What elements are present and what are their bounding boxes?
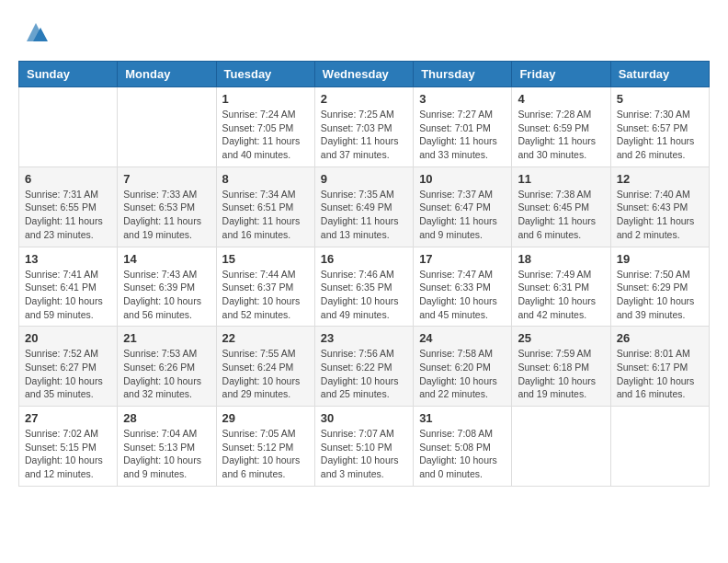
calendar-week-row: 27Sunrise: 7:02 AMSunset: 5:15 PMDayligh… bbox=[19, 407, 710, 487]
day-number: 31 bbox=[419, 411, 506, 425]
calendar-table: SundayMondayTuesdayWednesdayThursdayFrid… bbox=[18, 61, 710, 487]
day-number: 10 bbox=[419, 172, 506, 186]
day-number: 23 bbox=[321, 331, 407, 345]
calendar-cell: 11Sunrise: 7:38 AMSunset: 6:45 PMDayligh… bbox=[512, 167, 610, 247]
day-number: 18 bbox=[518, 252, 604, 266]
calendar-cell: 18Sunrise: 7:49 AMSunset: 6:31 PMDayligh… bbox=[512, 247, 610, 327]
column-header-saturday: Saturday bbox=[610, 62, 709, 87]
calendar-cell: 24Sunrise: 7:58 AMSunset: 6:20 PMDayligh… bbox=[414, 327, 512, 407]
calendar-cell: 3Sunrise: 7:27 AMSunset: 7:01 PMDaylight… bbox=[414, 87, 512, 167]
calendar-cell: 7Sunrise: 7:33 AMSunset: 6:53 PMDaylight… bbox=[118, 167, 216, 247]
calendar-cell: 23Sunrise: 7:56 AMSunset: 6:22 PMDayligh… bbox=[314, 327, 413, 407]
day-info: Sunrise: 8:01 AMSunset: 6:17 PMDaylight:… bbox=[617, 347, 703, 401]
day-number: 20 bbox=[25, 331, 111, 345]
calendar-cell: 30Sunrise: 7:07 AMSunset: 5:10 PMDayligh… bbox=[314, 407, 413, 487]
day-info: Sunrise: 7:59 AMSunset: 6:18 PMDaylight:… bbox=[518, 347, 604, 401]
calendar-week-row: 13Sunrise: 7:41 AMSunset: 6:41 PMDayligh… bbox=[19, 247, 710, 327]
day-info: Sunrise: 7:56 AMSunset: 6:22 PMDaylight:… bbox=[321, 347, 407, 401]
calendar-cell: 16Sunrise: 7:46 AMSunset: 6:35 PMDayligh… bbox=[314, 247, 413, 327]
day-number: 21 bbox=[123, 331, 210, 345]
day-info: Sunrise: 7:46 AMSunset: 6:35 PMDaylight:… bbox=[321, 268, 407, 322]
calendar-cell: 9Sunrise: 7:35 AMSunset: 6:49 PMDaylight… bbox=[314, 167, 413, 247]
day-info: Sunrise: 7:40 AMSunset: 6:43 PMDaylight:… bbox=[617, 188, 703, 242]
calendar-cell: 17Sunrise: 7:47 AMSunset: 6:33 PMDayligh… bbox=[414, 247, 512, 327]
day-info: Sunrise: 7:44 AMSunset: 6:37 PMDaylight:… bbox=[222, 268, 309, 322]
column-header-monday: Monday bbox=[118, 62, 216, 87]
calendar-week-row: 20Sunrise: 7:52 AMSunset: 6:27 PMDayligh… bbox=[19, 327, 710, 407]
day-number: 4 bbox=[518, 92, 604, 106]
day-number: 7 bbox=[123, 172, 210, 186]
calendar-cell: 12Sunrise: 7:40 AMSunset: 6:43 PMDayligh… bbox=[610, 167, 709, 247]
calendar-cell: 8Sunrise: 7:34 AMSunset: 6:51 PMDaylight… bbox=[216, 167, 314, 247]
calendar-cell: 27Sunrise: 7:02 AMSunset: 5:15 PMDayligh… bbox=[19, 407, 118, 487]
day-number: 1 bbox=[222, 92, 309, 106]
logo-icon bbox=[22, 18, 50, 46]
day-number: 14 bbox=[123, 252, 210, 266]
calendar-cell: 29Sunrise: 7:05 AMSunset: 5:12 PMDayligh… bbox=[216, 407, 314, 487]
day-info: Sunrise: 7:52 AMSunset: 6:27 PMDaylight:… bbox=[25, 347, 111, 401]
day-info: Sunrise: 7:08 AMSunset: 5:08 PMDaylight:… bbox=[419, 427, 506, 481]
day-info: Sunrise: 7:58 AMSunset: 6:20 PMDaylight:… bbox=[419, 347, 506, 401]
day-info: Sunrise: 7:07 AMSunset: 5:10 PMDaylight:… bbox=[321, 427, 407, 481]
day-info: Sunrise: 7:28 AMSunset: 6:59 PMDaylight:… bbox=[518, 108, 604, 162]
day-number: 3 bbox=[419, 92, 506, 106]
column-header-friday: Friday bbox=[512, 62, 610, 87]
day-info: Sunrise: 7:30 AMSunset: 6:57 PMDaylight:… bbox=[617, 108, 703, 162]
day-number: 19 bbox=[617, 252, 703, 266]
calendar-cell: 20Sunrise: 7:52 AMSunset: 6:27 PMDayligh… bbox=[19, 327, 118, 407]
day-number: 28 bbox=[123, 411, 210, 425]
calendar-week-row: 6Sunrise: 7:31 AMSunset: 6:55 PMDaylight… bbox=[19, 167, 710, 247]
day-info: Sunrise: 7:53 AMSunset: 6:26 PMDaylight:… bbox=[123, 347, 210, 401]
day-number: 15 bbox=[222, 252, 309, 266]
day-info: Sunrise: 7:27 AMSunset: 7:01 PMDaylight:… bbox=[419, 108, 506, 162]
calendar-week-row: 1Sunrise: 7:24 AMSunset: 7:05 PMDaylight… bbox=[19, 87, 710, 167]
calendar-cell: 15Sunrise: 7:44 AMSunset: 6:37 PMDayligh… bbox=[216, 247, 314, 327]
day-info: Sunrise: 7:31 AMSunset: 6:55 PMDaylight:… bbox=[25, 188, 111, 242]
calendar-cell bbox=[118, 87, 216, 167]
day-info: Sunrise: 7:02 AMSunset: 5:15 PMDaylight:… bbox=[25, 427, 111, 481]
calendar-cell: 14Sunrise: 7:43 AMSunset: 6:39 PMDayligh… bbox=[118, 247, 216, 327]
day-info: Sunrise: 7:55 AMSunset: 6:24 PMDaylight:… bbox=[222, 347, 309, 401]
day-number: 11 bbox=[518, 172, 604, 186]
day-number: 27 bbox=[25, 411, 111, 425]
day-info: Sunrise: 7:41 AMSunset: 6:41 PMDaylight:… bbox=[25, 268, 111, 322]
calendar-cell: 19Sunrise: 7:50 AMSunset: 6:29 PMDayligh… bbox=[610, 247, 709, 327]
day-info: Sunrise: 7:24 AMSunset: 7:05 PMDaylight:… bbox=[222, 108, 309, 162]
day-number: 29 bbox=[222, 411, 309, 425]
column-header-tuesday: Tuesday bbox=[216, 62, 314, 87]
calendar-cell: 28Sunrise: 7:04 AMSunset: 5:13 PMDayligh… bbox=[118, 407, 216, 487]
day-info: Sunrise: 7:49 AMSunset: 6:31 PMDaylight:… bbox=[518, 268, 604, 322]
column-header-thursday: Thursday bbox=[414, 62, 512, 87]
day-info: Sunrise: 7:33 AMSunset: 6:53 PMDaylight:… bbox=[123, 188, 210, 242]
day-info: Sunrise: 7:04 AMSunset: 5:13 PMDaylight:… bbox=[123, 427, 210, 481]
day-number: 8 bbox=[222, 172, 309, 186]
calendar-cell: 26Sunrise: 8:01 AMSunset: 6:17 PMDayligh… bbox=[610, 327, 709, 407]
day-number: 9 bbox=[321, 172, 407, 186]
day-number: 2 bbox=[321, 92, 407, 106]
calendar-cell bbox=[512, 407, 610, 487]
calendar-cell: 4Sunrise: 7:28 AMSunset: 6:59 PMDaylight… bbox=[512, 87, 610, 167]
day-info: Sunrise: 7:38 AMSunset: 6:45 PMDaylight:… bbox=[518, 188, 604, 242]
calendar-cell: 10Sunrise: 7:37 AMSunset: 6:47 PMDayligh… bbox=[414, 167, 512, 247]
day-info: Sunrise: 7:05 AMSunset: 5:12 PMDaylight:… bbox=[222, 427, 309, 481]
column-header-sunday: Sunday bbox=[19, 62, 118, 87]
calendar-cell: 5Sunrise: 7:30 AMSunset: 6:57 PMDaylight… bbox=[610, 87, 709, 167]
calendar-cell: 2Sunrise: 7:25 AMSunset: 7:03 PMDaylight… bbox=[314, 87, 413, 167]
day-number: 24 bbox=[419, 331, 506, 345]
calendar-cell: 21Sunrise: 7:53 AMSunset: 6:26 PMDayligh… bbox=[118, 327, 216, 407]
day-info: Sunrise: 7:47 AMSunset: 6:33 PMDaylight:… bbox=[419, 268, 506, 322]
calendar-cell: 31Sunrise: 7:08 AMSunset: 5:08 PMDayligh… bbox=[414, 407, 512, 487]
calendar-cell bbox=[19, 87, 118, 167]
calendar-header-row: SundayMondayTuesdayWednesdayThursdayFrid… bbox=[19, 62, 710, 87]
day-number: 26 bbox=[617, 331, 703, 345]
calendar-cell: 22Sunrise: 7:55 AMSunset: 6:24 PMDayligh… bbox=[216, 327, 314, 407]
logo bbox=[18, 18, 50, 46]
day-number: 25 bbox=[518, 331, 604, 345]
calendar-cell: 25Sunrise: 7:59 AMSunset: 6:18 PMDayligh… bbox=[512, 327, 610, 407]
day-number: 16 bbox=[321, 252, 407, 266]
day-number: 13 bbox=[25, 252, 111, 266]
day-info: Sunrise: 7:50 AMSunset: 6:29 PMDaylight:… bbox=[617, 268, 703, 322]
calendar-cell: 6Sunrise: 7:31 AMSunset: 6:55 PMDaylight… bbox=[19, 167, 118, 247]
calendar-cell: 13Sunrise: 7:41 AMSunset: 6:41 PMDayligh… bbox=[19, 247, 118, 327]
day-number: 12 bbox=[617, 172, 703, 186]
